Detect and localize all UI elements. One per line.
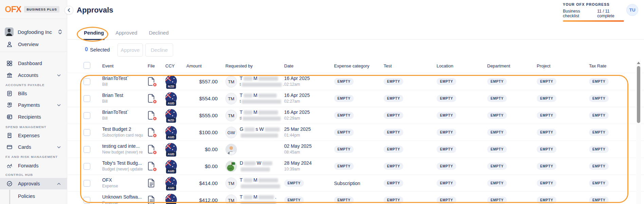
extra-cell: EMPTY bbox=[589, 197, 609, 204]
event-title: testing card inte... bbox=[102, 143, 140, 149]
requester-email bbox=[240, 167, 271, 171]
sidebar-item-label: Dashboard bbox=[18, 61, 61, 66]
redacted-text bbox=[242, 100, 281, 104]
scrollbar-up-arrow[interactable] bbox=[637, 62, 640, 64]
sidebar-item-policies[interactable]: Policies bbox=[0, 189, 67, 203]
row-checkbox[interactable] bbox=[84, 112, 90, 119]
empty-badge: EMPTY bbox=[334, 197, 354, 204]
table-row[interactable]: OFXExpenseAUD$414.00TMTMEMPTYSubscriptio… bbox=[68, 175, 644, 191]
table-row[interactable]: BrianToTest`Bill×NZD$555.00TMTMtl16 Apr … bbox=[68, 107, 644, 124]
file-error-badge: × bbox=[152, 133, 157, 138]
event-subtitle: New budget (never) re bbox=[102, 150, 143, 155]
column-header-file: File bbox=[148, 63, 155, 68]
redacted-text bbox=[241, 134, 278, 138]
decline-button[interactable]: Decline bbox=[145, 43, 173, 57]
extra-cell: EMPTY bbox=[589, 78, 609, 85]
table-row[interactable]: BrianToTest`Bill×NZD$557.00TMTMt.16 Apr … bbox=[68, 73, 644, 90]
requester-avatar: TM bbox=[225, 93, 237, 104]
column-header-project: Project bbox=[537, 63, 550, 68]
sidebar-item-payments[interactable]: Payments bbox=[0, 99, 67, 111]
row-checkbox[interactable] bbox=[84, 95, 90, 102]
extra-cell: EMPTY bbox=[537, 112, 556, 119]
empty-badge: EMPTY bbox=[284, 197, 304, 204]
redacted-text bbox=[243, 117, 281, 121]
time-value: 02:29am bbox=[284, 116, 300, 121]
event-title: Brian Test bbox=[102, 93, 123, 98]
row-checkbox[interactable] bbox=[84, 78, 90, 85]
empty-badge: EMPTY bbox=[334, 163, 354, 170]
event-subtitle: Subscription card requ bbox=[102, 133, 143, 138]
extra-cell: EMPTY bbox=[487, 95, 507, 102]
empty-badge: EMPTY bbox=[437, 180, 456, 187]
column-header-event: Event bbox=[102, 63, 113, 68]
sidebar: OFX BUSINESS PLUS Dogfooding Inc Overvie… bbox=[0, 0, 67, 204]
tab-approved[interactable]: Approved bbox=[115, 30, 137, 40]
extra-cell: EMPTY bbox=[437, 112, 456, 119]
amount-value: $414.00 bbox=[186, 180, 218, 186]
extra-cell: EMPTY bbox=[334, 163, 354, 170]
row-checkbox[interactable] bbox=[84, 163, 90, 170]
empty-badge: EMPTY bbox=[437, 129, 456, 136]
extra-cell: EMPTY bbox=[384, 146, 403, 153]
extra-cell: EMPTY bbox=[487, 129, 507, 136]
sidebar-divider bbox=[0, 52, 67, 52]
sidebar-item-overview[interactable]: Overview bbox=[0, 39, 67, 50]
table-row[interactable]: Test Budget 2Subscription card requ×AUD$… bbox=[68, 124, 644, 141]
approve-button[interactable]: Approve bbox=[117, 43, 143, 57]
column-header-tax-rate: Tax Rate bbox=[589, 63, 606, 68]
sidebar-item-label: Expenses bbox=[18, 133, 61, 138]
empty-badge: EMPTY bbox=[384, 180, 403, 187]
extra-cell: EMPTY bbox=[537, 197, 556, 204]
row-checkbox[interactable] bbox=[84, 146, 90, 153]
currency-flag-aud: AUD bbox=[165, 92, 177, 106]
address-card-icon bbox=[6, 114, 13, 120]
table-row[interactable]: Unknown Softwa...ExpenseAUD$412.00TMTM.E… bbox=[68, 191, 644, 204]
sidebar-item-expenses[interactable]: Expenses bbox=[0, 130, 67, 141]
sidebar-item-cards[interactable]: Cards bbox=[0, 141, 67, 153]
amount-value: $0.00 bbox=[186, 146, 218, 152]
empty-badge: EMPTY bbox=[589, 129, 609, 136]
company-switcher[interactable]: Dogfooding Inc bbox=[0, 25, 67, 39]
business-checklist-link[interactable]: Business checklist 11 / 11 complete bbox=[563, 9, 624, 18]
table-row[interactable]: testing card inte...New budget (never) r… bbox=[68, 141, 644, 158]
file-missing-icon: × bbox=[148, 77, 155, 86]
date-empty-badge: EMPTY bbox=[284, 180, 304, 187]
sidebar-collapse-button[interactable] bbox=[65, 6, 73, 15]
table-row[interactable]: Brian TestBill×AUD$554.00TMTMt16 Apr 202… bbox=[68, 90, 644, 107]
sidebar-item-approvals[interactable]: Approvals bbox=[0, 178, 67, 189]
extra-cell: EMPTY bbox=[589, 180, 609, 187]
tab-declined[interactable]: Declined bbox=[149, 30, 168, 40]
sidebar-item-dashboard[interactable]: Dashboard bbox=[0, 58, 67, 69]
date-value: 25 Mar 2025 bbox=[284, 126, 311, 132]
scrollbar-thumb[interactable] bbox=[637, 66, 640, 123]
progress-bar bbox=[563, 20, 624, 22]
selected-count: 0 bbox=[85, 46, 88, 53]
time-value: 01:44pm bbox=[284, 133, 300, 138]
event-subtitle: Expense bbox=[102, 201, 118, 204]
check-circle-icon bbox=[6, 180, 13, 187]
chevron-up-icon bbox=[57, 183, 61, 185]
row-checkbox[interactable] bbox=[84, 197, 90, 204]
empty-badge: EMPTY bbox=[589, 163, 609, 170]
extra-cell: EMPTY bbox=[384, 163, 403, 170]
sidebar-item-label: Payments bbox=[18, 102, 57, 108]
table-row[interactable]: Toby's Test Budg...Budget (never) update… bbox=[68, 158, 644, 175]
user-avatar[interactable]: TU bbox=[626, 4, 638, 16]
sidebar-item-label: Policies bbox=[18, 193, 35, 199]
empty-badge: EMPTY bbox=[537, 180, 556, 187]
row-checkbox[interactable] bbox=[84, 129, 90, 136]
bill-icon bbox=[6, 90, 13, 97]
sidebar-item-accounts[interactable]: Accounts bbox=[0, 69, 67, 81]
extra-cell: EMPTY bbox=[384, 197, 403, 204]
tab-pending[interactable]: Pending bbox=[84, 30, 104, 40]
event-title: BrianToTest` bbox=[102, 109, 129, 115]
select-all-checkbox[interactable] bbox=[84, 62, 90, 69]
file-error-badge: × bbox=[152, 99, 157, 104]
redacted-text bbox=[244, 161, 256, 165]
sidebar-item-bills[interactable]: Bills bbox=[0, 88, 67, 99]
file-missing-icon: × bbox=[148, 145, 155, 154]
row-checkbox[interactable] bbox=[84, 180, 90, 187]
requester-name: TM bbox=[240, 93, 278, 98]
sidebar-item-forwards[interactable]: Forwards bbox=[0, 160, 67, 171]
sidebar-item-recipients[interactable]: Recipients bbox=[0, 111, 67, 123]
